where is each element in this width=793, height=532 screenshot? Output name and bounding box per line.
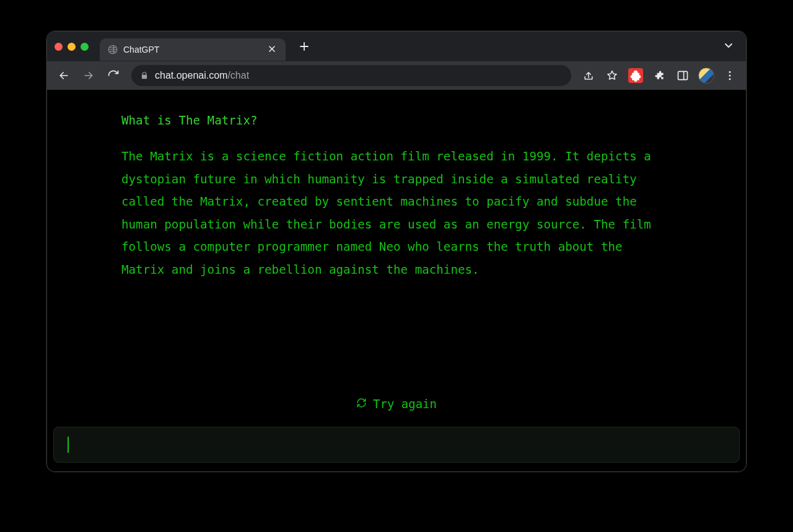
try-again-label: Try again <box>373 397 437 411</box>
user-question: What is The Matrix? <box>121 110 672 132</box>
close-tab-button[interactable] <box>266 43 278 56</box>
back-button[interactable] <box>53 65 74 86</box>
toolbar-right <box>579 66 740 85</box>
try-again-wrap: Try again <box>47 387 746 423</box>
maximize-window-button[interactable] <box>81 43 89 51</box>
text-cursor <box>68 437 69 453</box>
page-content: What is The Matrix? The Matrix is a scie… <box>47 90 746 471</box>
side-panel-icon[interactable] <box>673 66 693 85</box>
favicon-icon <box>107 44 118 55</box>
tab-overflow-button[interactable] <box>719 38 738 55</box>
share-icon[interactable] <box>579 66 598 85</box>
extensions-icon[interactable] <box>649 66 669 85</box>
window-controls <box>55 43 89 51</box>
assistant-answer: The Matrix is a science fiction action f… <box>121 146 672 281</box>
reload-button[interactable] <box>103 65 124 86</box>
browser-window: ChatGPT chat.openai.com/chat <box>46 31 747 472</box>
lock-icon <box>140 71 149 80</box>
tab-title: ChatGPT <box>123 45 261 55</box>
input-area <box>47 423 746 471</box>
forward-button[interactable] <box>78 65 99 86</box>
try-again-button[interactable]: Try again <box>350 395 443 413</box>
profile-avatar[interactable] <box>696 66 716 85</box>
bookmark-star-icon[interactable] <box>602 66 622 85</box>
url-path: /chat <box>227 70 249 81</box>
tab-bar: ChatGPT <box>47 32 746 61</box>
refresh-icon <box>356 397 367 411</box>
url-text: chat.openai.com/chat <box>155 70 249 81</box>
minimize-window-button[interactable] <box>68 43 76 51</box>
url-host: chat.openai.com <box>155 70 227 81</box>
svg-rect-1 <box>678 71 688 79</box>
address-bar[interactable]: chat.openai.com/chat <box>131 65 571 86</box>
new-tab-button[interactable] <box>296 38 313 55</box>
svg-point-3 <box>729 75 731 77</box>
chat-area: What is The Matrix? The Matrix is a scie… <box>47 90 746 387</box>
svg-point-2 <box>729 71 731 73</box>
extension-badge[interactable] <box>626 66 646 85</box>
svg-point-4 <box>729 78 731 80</box>
browser-toolbar: chat.openai.com/chat <box>47 61 746 90</box>
browser-tab[interactable]: ChatGPT <box>100 38 286 61</box>
kebab-menu-icon[interactable] <box>720 66 740 85</box>
close-window-button[interactable] <box>55 43 63 51</box>
chat-input[interactable] <box>53 427 740 463</box>
